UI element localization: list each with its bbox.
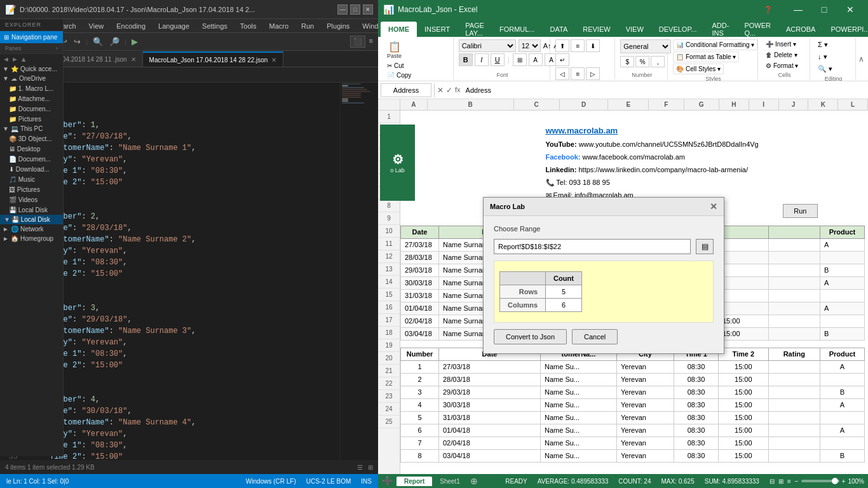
excel-close[interactable]: ✕ — [837, 0, 863, 19]
sheet-tab-sheet1[interactable]: Sheet1 — [432, 477, 468, 486]
bd3-num[interactable]: 3 — [401, 386, 439, 398]
cancel-formula-icon[interactable]: ✕ — [437, 86, 444, 95]
align-center-button[interactable]: ≡ — [571, 67, 585, 80]
bd4-date[interactable]: 30/03/18 — [439, 398, 541, 411]
view-page-icon[interactable]: ≡ — [787, 478, 791, 485]
format-cells-button[interactable]: ⚙ Format ▾ — [763, 61, 801, 71]
view-normal-icon[interactable]: ⊟ — [770, 478, 775, 485]
align-right-button[interactable]: ▷ — [586, 67, 600, 80]
tree-downloads[interactable]: ⬇ Download... — [0, 164, 63, 174]
cell-d6-t2[interactable] — [719, 302, 769, 315]
tab-developer[interactable]: DEVELOP... — [651, 22, 705, 37]
row-num-23[interactable]: 23 — [378, 390, 400, 403]
bd6-date[interactable]: 01/04/18 — [439, 424, 541, 437]
toolbar-icon-2[interactable]: ≡ — [367, 36, 376, 48]
font-size-select[interactable]: 12 — [519, 39, 541, 52]
bd6-num[interactable]: 6 — [401, 424, 439, 437]
cell-a1[interactable] — [401, 111, 439, 123]
facebook-link[interactable]: www.facebook.com/macrolab.am — [583, 153, 685, 161]
toolbar-icon-1[interactable]: ⬛ — [350, 36, 365, 48]
paste-button[interactable]: 📋 Paste — [384, 39, 404, 60]
bd1-date[interactable]: 27/03/18 — [439, 360, 541, 373]
col-header-i[interactable]: I — [749, 99, 779, 110]
bd2-t2[interactable]: 15:00 — [719, 373, 769, 386]
youtube-link[interactable]: www.youtube.com/channel/UC5SMN5z6JBrtD8D… — [579, 140, 759, 148]
cell-d5-rating[interactable] — [768, 289, 820, 302]
autosum-button[interactable]: Σ ▾ — [815, 39, 831, 50]
tree-folder-1[interactable]: 📁 1. Macro L... — [0, 83, 63, 93]
toolbar-run[interactable]: ▶ — [129, 36, 140, 48]
italic-button[interactable]: I — [475, 53, 489, 66]
editor-tab-2[interactable]: MacroLab_Json 17.04.2018 14 28 22.json ✕ — [143, 51, 284, 67]
cell-tel[interactable]: 📞 Tel: 093 18 88 95 — [541, 176, 769, 189]
tab-formulas[interactable]: FORMUL... — [492, 22, 543, 37]
tab-acrobat[interactable]: ACROBA — [778, 22, 823, 37]
bd7-city[interactable]: Yerevan — [617, 437, 674, 449]
cell-d4-t2[interactable] — [719, 276, 769, 289]
col-header-h[interactable]: H — [719, 99, 749, 110]
bd5-num[interactable]: 5 — [401, 411, 439, 424]
sheet-tab-report[interactable]: Report — [397, 477, 432, 486]
cell-d3-product[interactable]: B — [820, 264, 865, 276]
bd2-num[interactable]: 2 — [401, 373, 439, 386]
tree-music[interactable]: 🎵 Music — [0, 174, 63, 184]
tab-home[interactable]: HOME — [381, 22, 417, 37]
bd5-name[interactable]: Name Su... — [541, 411, 617, 424]
bd4-t2[interactable]: 15:00 — [719, 398, 769, 411]
bd7-rating[interactable] — [768, 437, 820, 449]
tab-insert[interactable]: INSERT — [417, 22, 458, 37]
bd2-product[interactable] — [820, 373, 865, 386]
cell-c1[interactable] — [541, 111, 719, 123]
bd4-num[interactable]: 4 — [401, 398, 439, 411]
bd8-num[interactable]: 8 — [401, 449, 439, 462]
percent-button[interactable]: % — [635, 56, 649, 67]
header-blank3[interactable] — [719, 226, 769, 238]
align-left-button[interactable]: ◁ — [555, 67, 569, 80]
excel-maximize[interactable]: □ — [811, 0, 837, 19]
tab-view[interactable]: VIEW — [618, 22, 651, 37]
tree-pictures[interactable]: 🖼 Pictures — [0, 184, 63, 194]
bd6-t2[interactable]: 15:00 — [719, 424, 769, 437]
header-product-top[interactable]: Product — [820, 226, 865, 238]
col-header-g[interactable]: G — [684, 99, 719, 110]
grid-view-icon[interactable]: ⊞ — [368, 464, 373, 471]
currency-button[interactable]: $ — [620, 56, 634, 67]
cell-d3-date[interactable]: 29/03/18 — [401, 264, 439, 276]
tree-thispc[interactable]: ▼ 💻 This PC — [0, 124, 63, 133]
cell-d1-t2[interactable] — [719, 238, 769, 251]
panes-section[interactable]: Panes › — [0, 43, 63, 54]
tree-folder-docs[interactable]: 📁 Documen... — [0, 104, 63, 114]
wrap-text-button[interactable]: ↵ — [555, 53, 569, 66]
cell-styles-button[interactable]: 🎨 Cell Styles ▾ — [673, 64, 724, 74]
bh-time2[interactable]: Time 2 — [719, 348, 769, 360]
bd3-t1[interactable]: 08:30 — [674, 386, 719, 398]
menu-plugins[interactable]: Plugins — [324, 21, 352, 31]
col-header-d[interactable]: D — [560, 99, 609, 110]
cell-d8-date[interactable]: 03/04/18 — [401, 327, 439, 340]
row-num-14[interactable]: 14 — [378, 276, 400, 288]
bd6-city[interactable]: Yerevan — [617, 424, 674, 437]
bd4-rating[interactable] — [768, 398, 820, 411]
bd5-city[interactable]: Yerevan — [617, 411, 674, 424]
ribbon-collapse-icon[interactable]: ∧ — [857, 53, 865, 65]
tab-powerquery[interactable]: POWER Q... — [736, 22, 778, 37]
zoom-knob[interactable] — [832, 478, 838, 484]
bd5-t1[interactable]: 08:30 — [674, 411, 719, 424]
bd1-name[interactable]: Name Su... — [541, 360, 617, 373]
cell-d7-rating[interactable] — [768, 315, 820, 327]
toolbar-zoom-in[interactable]: 🔎 — [107, 36, 122, 48]
cell-d8-rating[interactable] — [768, 327, 820, 340]
row-num-25[interactable]: 25 — [378, 416, 400, 428]
bd2-rating[interactable] — [768, 373, 820, 386]
tree-3dobjects[interactable]: 📦 3D Object... — [0, 133, 63, 144]
minimize-button[interactable]: — — [337, 4, 348, 15]
cancel-button[interactable]: Cancel — [572, 329, 618, 344]
new-sheet-button[interactable]: ➕ — [382, 476, 393, 486]
range-input[interactable] — [494, 239, 691, 254]
bd5-t2[interactable]: 15:00 — [719, 411, 769, 424]
cell-d7-t2[interactable]: 15:00 — [719, 315, 769, 327]
row-num-12[interactable]: 12 — [378, 250, 400, 263]
cell-d2-t2[interactable] — [719, 251, 769, 264]
col-header-a[interactable]: A — [400, 99, 428, 110]
cell-d5-date[interactable]: 31/03/18 — [401, 289, 439, 302]
